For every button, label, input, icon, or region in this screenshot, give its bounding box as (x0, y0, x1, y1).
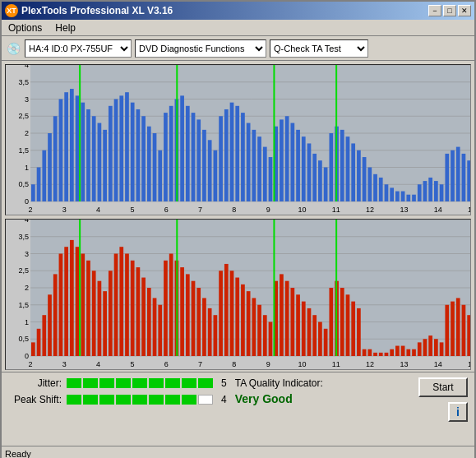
function-select[interactable]: DVD Diagnostic Functions (135, 39, 266, 58)
chart-area (2, 61, 474, 372)
indicator-segment (165, 395, 180, 405)
jitter-label: Jitter: (8, 377, 62, 389)
indicator-segment (165, 378, 180, 388)
minimize-button[interactable]: − (428, 5, 441, 16)
indicator-segment (83, 395, 98, 405)
indicator-segment (99, 395, 114, 405)
device-select[interactable]: HA:4 ID:0 PX-755UF (25, 39, 132, 58)
blue-chart (5, 64, 471, 215)
info-button[interactable]: i (448, 402, 468, 422)
indicator-segment (149, 378, 164, 388)
close-button[interactable]: ✕ (458, 5, 471, 16)
maximize-button[interactable]: □ (443, 5, 456, 16)
jitter-row: Jitter: 5 (8, 377, 227, 389)
bottom-panel: Jitter: 5 Peak Shift: 4 TA Quality Indic… (2, 372, 474, 446)
title-buttons[interactable]: − □ ✕ (428, 5, 471, 16)
start-button[interactable]: Start (418, 377, 468, 397)
peak-shift-row: Peak Shift: 4 (8, 394, 227, 405)
peak-shift-label: Peak Shift: (8, 394, 62, 405)
indicator-segment (116, 395, 131, 405)
indicator-segment (67, 378, 81, 388)
test-select[interactable]: Q-Check TA Test (270, 39, 368, 58)
app-icon: XT (5, 4, 18, 17)
title-bar: XT PlexTools Professional XL V3.16 − □ ✕ (2, 2, 474, 20)
start-info: Start i (410, 377, 468, 422)
menu-bar: Options Help (2, 20, 474, 36)
indicator-segment (83, 378, 98, 388)
red-chart-canvas (6, 220, 471, 369)
menu-help[interactable]: Help (52, 21, 79, 35)
indicator-segment (149, 395, 164, 405)
indicator-segment (198, 378, 213, 388)
indicator-segment (182, 378, 196, 388)
title-bar-left: XT PlexTools Professional XL V3.16 (5, 4, 173, 17)
right-indicators: TA Quality Indicator: Very Good (227, 377, 410, 405)
peak-shift-bar (67, 395, 213, 405)
toolbar: 💿 HA:4 ID:0 PX-755UF DVD Diagnostic Func… (2, 36, 474, 61)
status-bar: Ready (2, 446, 474, 458)
indicator-segment (99, 378, 114, 388)
left-indicators: Jitter: 5 Peak Shift: 4 (8, 377, 227, 405)
indicator-segment (198, 395, 213, 405)
status-text: Ready (5, 449, 31, 459)
jitter-value: 5 (221, 377, 227, 389)
blue-chart-canvas (6, 65, 471, 215)
window-title: PlexTools Professional XL V3.16 (21, 5, 173, 16)
jitter-bar (67, 378, 213, 388)
indicator-segment (67, 395, 81, 405)
quality-label: TA Quality Indicator: (235, 377, 410, 389)
peak-shift-value: 4 (221, 394, 227, 405)
drive-icon: 💿 (5, 40, 21, 57)
red-chart (5, 219, 471, 370)
indicator-segment (132, 395, 147, 405)
menu-options[interactable]: Options (5, 21, 45, 35)
quality-value: Very Good (235, 392, 410, 405)
indicator-segment (182, 395, 196, 405)
main-window: XT PlexTools Professional XL V3.16 − □ ✕… (0, 0, 476, 458)
indicator-segment (132, 378, 147, 388)
indicator-segment (116, 378, 131, 388)
